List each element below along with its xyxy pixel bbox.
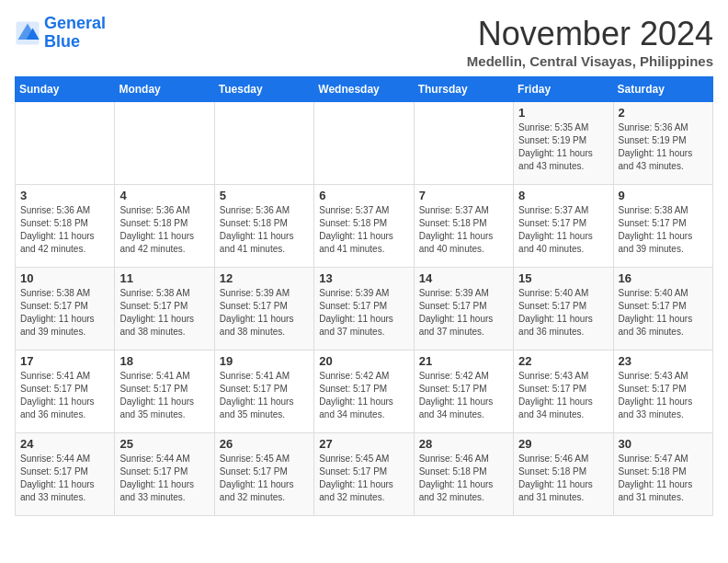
day-header-wednesday: Wednesday xyxy=(314,77,414,102)
calendar-cell: 22Sunrise: 5:43 AM Sunset: 5:17 PM Dayli… xyxy=(514,350,613,433)
day-number: 4 xyxy=(119,189,209,202)
day-info: Sunrise: 5:38 AM Sunset: 5:17 PM Dayligh… xyxy=(20,287,109,339)
calendar-cell xyxy=(214,102,313,185)
logo-icon xyxy=(15,20,40,46)
day-number: 22 xyxy=(518,354,608,368)
calendar-cell: 7Sunrise: 5:37 AM Sunset: 5:18 PM Daylig… xyxy=(414,185,513,268)
day-header-sunday: Sunday xyxy=(16,77,115,102)
month-title: November 2024 xyxy=(467,15,713,53)
calendar-cell xyxy=(16,102,115,185)
week-row-4: 17Sunrise: 5:41 AM Sunset: 5:17 PM Dayli… xyxy=(16,350,713,433)
day-info: Sunrise: 5:41 AM Sunset: 5:17 PM Dayligh… xyxy=(119,370,209,421)
day-info: Sunrise: 5:36 AM Sunset: 5:18 PM Dayligh… xyxy=(119,204,209,256)
day-info: Sunrise: 5:44 AM Sunset: 5:17 PM Dayligh… xyxy=(20,453,109,504)
day-info: Sunrise: 5:38 AM Sunset: 5:17 PM Dayligh… xyxy=(619,204,708,256)
day-number: 20 xyxy=(319,354,408,368)
day-number: 30 xyxy=(619,437,708,451)
day-number: 18 xyxy=(119,354,209,368)
location: Medellin, Central Visayas, Philippines xyxy=(467,53,713,69)
day-info: Sunrise: 5:36 AM Sunset: 5:18 PM Dayligh… xyxy=(220,204,309,256)
logo-line1: General xyxy=(44,14,106,32)
day-info: Sunrise: 5:35 AM Sunset: 5:19 PM Dayligh… xyxy=(518,121,608,173)
logo-line2: Blue xyxy=(44,32,80,51)
calendar-cell: 6Sunrise: 5:37 AM Sunset: 5:18 PM Daylig… xyxy=(314,185,414,268)
day-number: 19 xyxy=(220,354,309,368)
day-info: Sunrise: 5:41 AM Sunset: 5:17 PM Dayligh… xyxy=(20,370,109,421)
day-info: Sunrise: 5:45 AM Sunset: 5:17 PM Dayligh… xyxy=(220,453,309,504)
day-info: Sunrise: 5:36 AM Sunset: 5:19 PM Dayligh… xyxy=(619,121,708,173)
week-row-1: 1Sunrise: 5:35 AM Sunset: 5:19 PM Daylig… xyxy=(16,102,713,185)
calendar-cell: 13Sunrise: 5:39 AM Sunset: 5:17 PM Dayli… xyxy=(314,268,414,350)
calendar-cell: 16Sunrise: 5:40 AM Sunset: 5:17 PM Dayli… xyxy=(613,268,712,350)
calendar-cell: 27Sunrise: 5:45 AM Sunset: 5:17 PM Dayli… xyxy=(314,433,414,516)
day-header-saturday: Saturday xyxy=(613,77,712,102)
calendar-cell: 10Sunrise: 5:38 AM Sunset: 5:17 PM Dayli… xyxy=(16,268,115,350)
day-info: Sunrise: 5:38 AM Sunset: 5:17 PM Dayligh… xyxy=(119,287,209,339)
day-header-thursday: Thursday xyxy=(414,77,513,102)
calendar-cell: 12Sunrise: 5:39 AM Sunset: 5:17 PM Dayli… xyxy=(214,268,313,350)
day-number: 16 xyxy=(619,271,708,285)
calendar-cell: 26Sunrise: 5:45 AM Sunset: 5:17 PM Dayli… xyxy=(214,433,313,516)
day-info: Sunrise: 5:43 AM Sunset: 5:17 PM Dayligh… xyxy=(518,370,608,421)
calendar-cell: 24Sunrise: 5:44 AM Sunset: 5:17 PM Dayli… xyxy=(16,433,115,516)
calendar-cell: 18Sunrise: 5:41 AM Sunset: 5:17 PM Dayli… xyxy=(115,350,214,433)
calendar-cell: 30Sunrise: 5:47 AM Sunset: 5:18 PM Dayli… xyxy=(613,433,712,516)
day-info: Sunrise: 5:43 AM Sunset: 5:17 PM Dayligh… xyxy=(619,370,708,421)
day-info: Sunrise: 5:42 AM Sunset: 5:17 PM Dayligh… xyxy=(319,370,408,421)
calendar-cell: 17Sunrise: 5:41 AM Sunset: 5:17 PM Dayli… xyxy=(16,350,115,433)
day-number: 2 xyxy=(619,106,708,120)
calendar-cell: 28Sunrise: 5:46 AM Sunset: 5:18 PM Dayli… xyxy=(414,433,513,516)
header: General Blue November 2024 Medellin, Cen… xyxy=(15,15,713,69)
day-info: Sunrise: 5:37 AM Sunset: 5:18 PM Dayligh… xyxy=(319,204,408,256)
calendar-cell xyxy=(115,102,214,185)
day-info: Sunrise: 5:39 AM Sunset: 5:17 PM Dayligh… xyxy=(319,287,408,339)
week-row-5: 24Sunrise: 5:44 AM Sunset: 5:17 PM Dayli… xyxy=(16,433,713,516)
week-row-2: 3Sunrise: 5:36 AM Sunset: 5:18 PM Daylig… xyxy=(16,185,713,268)
calendar-table: SundayMondayTuesdayWednesdayThursdayFrid… xyxy=(15,76,713,516)
calendar-cell: 8Sunrise: 5:37 AM Sunset: 5:17 PM Daylig… xyxy=(514,185,613,268)
day-info: Sunrise: 5:42 AM Sunset: 5:17 PM Dayligh… xyxy=(419,370,508,421)
day-info: Sunrise: 5:46 AM Sunset: 5:18 PM Dayligh… xyxy=(518,453,608,504)
day-info: Sunrise: 5:40 AM Sunset: 5:17 PM Dayligh… xyxy=(518,287,608,339)
calendar-cell: 20Sunrise: 5:42 AM Sunset: 5:17 PM Dayli… xyxy=(314,350,414,433)
calendar-cell: 2Sunrise: 5:36 AM Sunset: 5:19 PM Daylig… xyxy=(613,102,712,185)
calendar-cell xyxy=(314,102,414,185)
day-number: 5 xyxy=(220,189,309,202)
day-header-friday: Friday xyxy=(514,77,613,102)
day-number: 6 xyxy=(319,189,408,202)
calendar-cell: 25Sunrise: 5:44 AM Sunset: 5:17 PM Dayli… xyxy=(115,433,214,516)
day-number: 10 xyxy=(20,271,109,285)
day-header-tuesday: Tuesday xyxy=(214,77,313,102)
day-number: 27 xyxy=(319,437,408,451)
day-number: 11 xyxy=(119,271,209,285)
day-number: 21 xyxy=(419,354,508,368)
day-info: Sunrise: 5:47 AM Sunset: 5:18 PM Dayligh… xyxy=(619,453,708,504)
day-number: 25 xyxy=(119,437,209,451)
day-info: Sunrise: 5:46 AM Sunset: 5:18 PM Dayligh… xyxy=(419,453,508,504)
day-number: 14 xyxy=(419,271,508,285)
day-number: 1 xyxy=(518,106,608,120)
day-number: 9 xyxy=(619,189,708,202)
calendar-body: 1Sunrise: 5:35 AM Sunset: 5:19 PM Daylig… xyxy=(16,102,713,516)
day-number: 7 xyxy=(419,189,508,202)
calendar-cell: 3Sunrise: 5:36 AM Sunset: 5:18 PM Daylig… xyxy=(16,185,115,268)
calendar-cell: 4Sunrise: 5:36 AM Sunset: 5:18 PM Daylig… xyxy=(115,185,214,268)
day-number: 13 xyxy=(319,271,408,285)
calendar-cell: 23Sunrise: 5:43 AM Sunset: 5:17 PM Dayli… xyxy=(613,350,712,433)
day-number: 28 xyxy=(419,437,508,451)
day-header-monday: Monday xyxy=(115,77,214,102)
week-row-3: 10Sunrise: 5:38 AM Sunset: 5:17 PM Dayli… xyxy=(16,268,713,350)
day-number: 24 xyxy=(20,437,109,451)
day-number: 29 xyxy=(518,437,608,451)
day-number: 23 xyxy=(619,354,708,368)
day-info: Sunrise: 5:36 AM Sunset: 5:18 PM Dayligh… xyxy=(20,204,109,256)
logo: General Blue xyxy=(15,15,106,52)
title-area: November 2024 Medellin, Central Visayas,… xyxy=(467,15,713,69)
calendar-cell xyxy=(414,102,513,185)
day-number: 15 xyxy=(518,271,608,285)
calendar-cell: 1Sunrise: 5:35 AM Sunset: 5:19 PM Daylig… xyxy=(514,102,613,185)
day-info: Sunrise: 5:45 AM Sunset: 5:17 PM Dayligh… xyxy=(319,453,408,504)
calendar-cell: 15Sunrise: 5:40 AM Sunset: 5:17 PM Dayli… xyxy=(514,268,613,350)
calendar-cell: 5Sunrise: 5:36 AM Sunset: 5:18 PM Daylig… xyxy=(214,185,313,268)
day-info: Sunrise: 5:37 AM Sunset: 5:17 PM Dayligh… xyxy=(518,204,608,256)
